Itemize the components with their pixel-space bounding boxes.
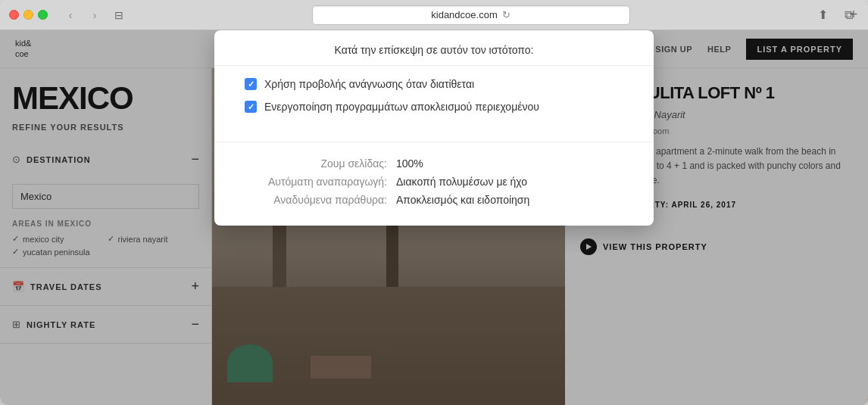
popup-settings: Ζουμ σελίδας: 100% Αυτόματη αναπαραγωγή:… — [214, 148, 654, 226]
url-text: kidandcoe.com — [431, 9, 497, 20]
nav-buttons: ‹ › ⊟ — [60, 7, 130, 23]
browser-titlebar: ‹ › ⊟ kidandcoe.com ↻ ⬆ ⧉ + — [0, 0, 868, 30]
popup-title: Κατά την επίσκεψη σε αυτόν τον ιστότοπο: — [214, 30, 654, 66]
popup-overlay: Κατά την επίσκεψη σε αυτόν τον ιστότοπο:… — [0, 30, 868, 405]
checkbox-content-blocker[interactable] — [245, 101, 257, 113]
minimize-button[interactable] — [23, 10, 33, 20]
reload-icon[interactable]: ↻ — [502, 9, 510, 20]
setting-row-popups: Αναδυόμενα παράθυρα: Αποκλεισμός και ειδ… — [245, 194, 623, 206]
setting-row-autoplay: Αυτόματη αναπαραγωγή: Διακοπή πολυμέσων … — [245, 176, 623, 188]
setting-label-autoplay: Αυτόματη αναπαραγωγή: — [245, 176, 396, 188]
browser-window: ‹ › ⊟ kidandcoe.com ↻ ⬆ ⧉ + kid& coe — [0, 0, 868, 405]
setting-value-popups: Αποκλεισμός και ειδοποίηση — [396, 194, 529, 206]
popup-divider — [214, 142, 654, 142]
popup-dialog: Κατά την επίσκεψη σε αυτόν τον ιστότοπο:… — [214, 30, 654, 226]
sidebar-toggle-button[interactable]: ⊟ — [108, 7, 130, 23]
setting-label-zoom: Ζουμ σελίδας: — [245, 157, 396, 170]
new-tab-button[interactable]: + — [845, 7, 862, 23]
popup-body: Χρήση προβολής ανάγνωσης όταν διατίθεται… — [214, 66, 654, 136]
forward-button[interactable]: › — [84, 7, 105, 23]
popup-option-1: Ενεργοποίηση προγραμμάτων αποκλεισμού πε… — [245, 101, 623, 113]
setting-label-popups: Αναδυόμενα παράθυρα: — [245, 194, 396, 206]
url-bar[interactable]: kidandcoe.com ↻ — [312, 5, 630, 25]
setting-row-zoom: Ζουμ σελίδας: 100% — [245, 157, 623, 170]
setting-value-zoom: 100% — [396, 157, 423, 170]
option-reading-view: Χρήση προβολής ανάγνωσης όταν διατίθεται — [264, 78, 474, 90]
back-button[interactable]: ‹ — [60, 7, 81, 23]
traffic-lights — [9, 10, 48, 20]
popup-option-0: Χρήση προβολής ανάγνωσης όταν διατίθεται — [245, 78, 623, 90]
share-button[interactable]: ⬆ — [812, 7, 833, 23]
url-bar-container: kidandcoe.com ↻ — [136, 5, 806, 25]
close-button[interactable] — [9, 10, 19, 20]
option-content-blocker: Ενεργοποίηση προγραμμάτων αποκλεισμού πε… — [264, 101, 539, 113]
maximize-button[interactable] — [38, 10, 48, 20]
setting-value-autoplay: Διακοπή πολυμέσων με ήχο — [396, 176, 527, 188]
checkbox-reading-view[interactable] — [245, 78, 257, 90]
browser-content: kid& coe SIGN UP HELP LIST A PROPERTY ME… — [0, 30, 868, 405]
